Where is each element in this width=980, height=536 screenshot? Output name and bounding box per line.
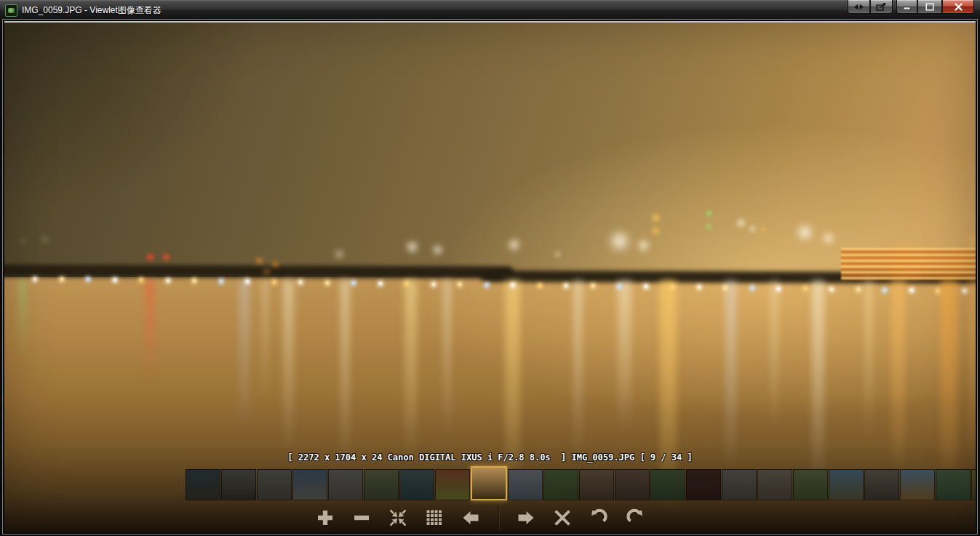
- arrow-left-icon: [461, 508, 480, 527]
- app-window: IMG_0059.JPG - Viewlet图像查看器: [0, 0, 980, 536]
- thumbnail-item[interactable]: [543, 469, 578, 500]
- thumbnail-item[interactable]: [399, 469, 434, 500]
- thumbnail-item[interactable]: [508, 469, 543, 500]
- thumbnail-item[interactable]: [650, 469, 685, 500]
- thumbnail-item[interactable]: [435, 469, 470, 500]
- thumbnail-item[interactable]: [757, 469, 792, 500]
- rotate-right-button[interactable]: [626, 508, 645, 527]
- thumbnail-strip: [186, 466, 976, 500]
- zoom-out-button[interactable]: [352, 508, 371, 527]
- fit-to-window-button[interactable]: [389, 508, 407, 527]
- thumbnail-item[interactable]: [864, 469, 899, 500]
- rotate-left-button[interactable]: [589, 508, 608, 527]
- thumbnail-item[interactable]: [364, 469, 399, 500]
- maximize-icon: [925, 3, 934, 11]
- viewer-content: [ 2272 x 1704 x 24 Canon DIGITAL IXUS i …: [4, 21, 976, 532]
- pop-out-button[interactable]: [870, 0, 893, 14]
- thumbnail-item[interactable]: [829, 469, 864, 500]
- plus-icon: [316, 508, 335, 527]
- thumbnail-item[interactable]: [793, 469, 828, 500]
- close-icon: [955, 3, 963, 11]
- maximize-button[interactable]: [917, 0, 942, 14]
- thumbnail-item-selected[interactable]: [471, 466, 507, 500]
- titlebar: IMG_0059.JPG - Viewlet图像查看器: [0, 0, 980, 21]
- window-title: IMG_0059.JPG - Viewlet图像查看器: [22, 4, 162, 17]
- x-icon: [553, 508, 572, 527]
- thumbnail-item[interactable]: [615, 469, 650, 500]
- app-icon-glyph: [8, 8, 15, 13]
- thumbnail-item[interactable]: [971, 469, 976, 500]
- thumbnail-item[interactable]: [257, 469, 292, 500]
- minimize-button[interactable]: [896, 0, 917, 14]
- shrink-arrows-icon: [389, 508, 407, 527]
- delete-image-button[interactable]: [553, 508, 572, 527]
- minus-icon: [352, 508, 371, 527]
- window-controls: [848, 0, 974, 14]
- app-icon: [5, 4, 17, 17]
- thumbnail-item[interactable]: [686, 469, 721, 500]
- zoom-in-button[interactable]: [316, 508, 335, 527]
- previous-image-button[interactable]: [461, 508, 480, 527]
- minimize-icon: [903, 3, 911, 10]
- thumbnail-item[interactable]: [722, 469, 757, 500]
- undo-arrow-icon: [589, 508, 608, 527]
- thumbnail-item[interactable]: [186, 469, 220, 500]
- status-text: [ 2272 x 1704 x 24 Canon DIGITAL IXUS i …: [4, 452, 976, 463]
- left-right-arrows-icon: [853, 4, 864, 10]
- redo-arrow-icon: [626, 508, 645, 527]
- thumbnail-item[interactable]: [221, 469, 256, 500]
- browse-arrows-button[interactable]: [848, 0, 870, 14]
- toolbar: [316, 507, 645, 529]
- close-button[interactable]: [942, 0, 974, 14]
- thumbnail-item[interactable]: [900, 469, 935, 500]
- pop-out-icon: [876, 3, 887, 11]
- next-image-button[interactable]: [517, 508, 535, 527]
- toolbar-separator: [498, 505, 499, 530]
- thumbnail-item[interactable]: [328, 469, 363, 500]
- thumbnail-item[interactable]: [292, 469, 327, 500]
- arrow-right-icon: [517, 508, 535, 527]
- thumbnail-grid-button[interactable]: [425, 508, 444, 527]
- thumbnail-item[interactable]: [936, 469, 971, 500]
- grid-icon: [425, 508, 444, 527]
- thumbnail-item[interactable]: [579, 469, 614, 500]
